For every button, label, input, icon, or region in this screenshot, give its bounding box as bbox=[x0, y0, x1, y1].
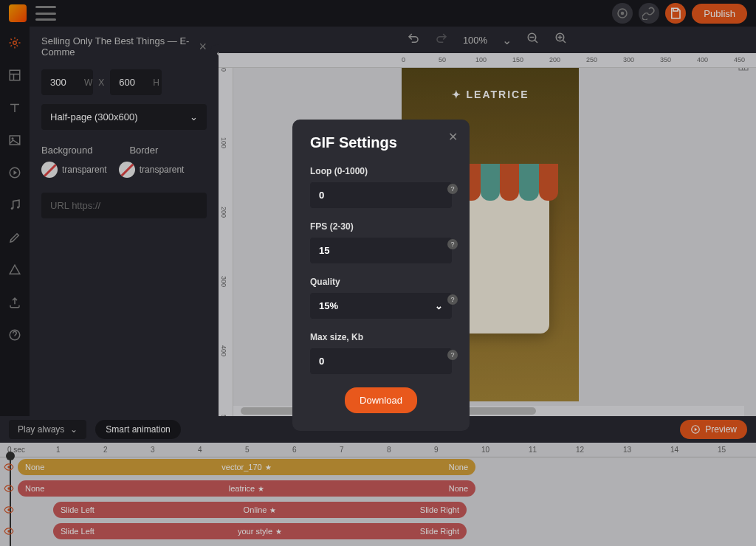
chevron-down-icon: ⌄ bbox=[435, 300, 443, 311]
fps-input[interactable] bbox=[310, 238, 452, 263]
download-button[interactable]: Download bbox=[345, 387, 417, 413]
height-unit: H bbox=[153, 77, 159, 88]
loop-input[interactable] bbox=[310, 182, 452, 208]
maxsize-label: Max size, Kb bbox=[310, 332, 452, 342]
gif-settings-modal: ✕ GIF Settings Loop (0-1000) ? FPS (2-30… bbox=[292, 120, 470, 431]
modal-overlay[interactable]: ✕ GIF Settings Loop (0-1000) ? FPS (2-30… bbox=[0, 0, 756, 546]
quality-label: Quality bbox=[310, 277, 452, 287]
help-icon[interactable]: ? bbox=[447, 350, 458, 360]
loop-label: Loop (0-1000) bbox=[310, 166, 452, 176]
maxsize-input[interactable] bbox=[310, 348, 452, 374]
width-unit: W bbox=[84, 77, 92, 88]
help-icon[interactable]: ? bbox=[447, 239, 458, 249]
fps-label: FPS (2-30) bbox=[310, 221, 452, 232]
help-icon[interactable]: ? bbox=[447, 294, 458, 305]
help-icon[interactable]: ? bbox=[447, 184, 458, 194]
modal-title: GIF Settings bbox=[310, 134, 452, 151]
quality-select[interactable]: 15% ⌄ bbox=[310, 293, 452, 319]
close-icon[interactable]: ✕ bbox=[448, 130, 458, 144]
